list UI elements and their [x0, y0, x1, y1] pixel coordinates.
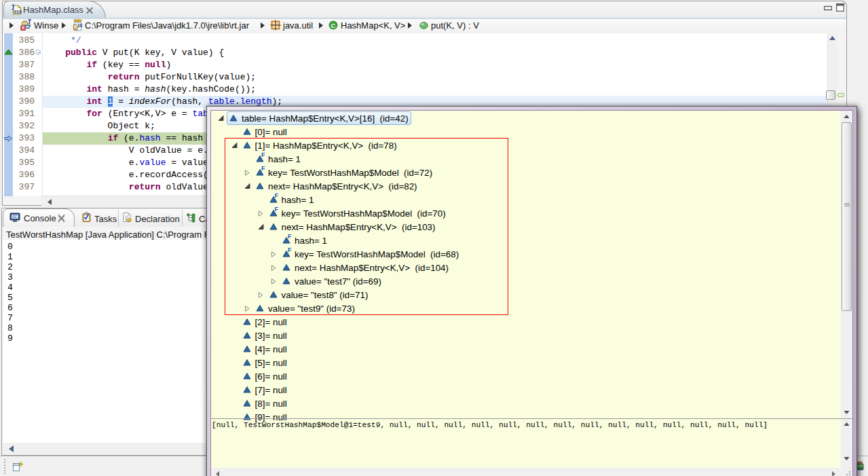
svg-text:X: X — [22, 25, 25, 30]
svg-text:010: 010 — [14, 10, 22, 14]
svg-text:C: C — [331, 22, 335, 29]
svg-text:10: 10 — [77, 23, 83, 28]
